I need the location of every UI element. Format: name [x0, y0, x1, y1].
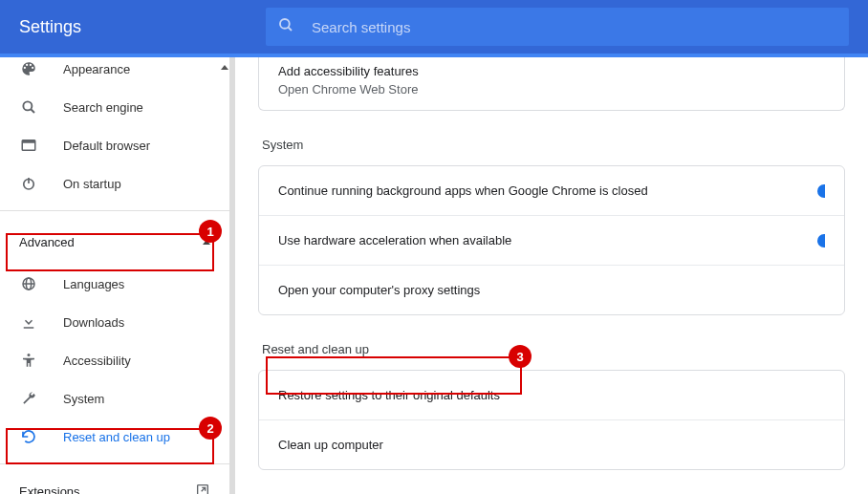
a11y-title: Add accessibility features [278, 64, 825, 78]
app-title: Settings [19, 17, 266, 37]
wrench-icon [19, 389, 38, 408]
scroll-up-arrow[interactable] [221, 65, 228, 70]
sidebar-item-label: Default browser [63, 139, 150, 153]
download-icon [19, 312, 38, 332]
sidebar-item-label: Downloads [63, 315, 124, 330]
sidebar-item-languages[interactable]: Languages [0, 265, 229, 303]
annotation-badge-3: 3 [509, 345, 532, 368]
svg-line-1 [288, 27, 292, 31]
svg-point-2 [23, 101, 32, 110]
globe-icon [19, 274, 38, 293]
reset-row-cleanup[interactable]: Clean up computer [259, 419, 844, 469]
sidebar-item-search-engine[interactable]: Search engine [0, 88, 229, 126]
search-input[interactable] [312, 19, 837, 35]
browser-icon [19, 136, 38, 155]
reset-card: Restore settings to their original defau… [258, 370, 845, 470]
sidebar-item-on-startup[interactable]: On startup [0, 164, 229, 203]
system-row-proxy[interactable]: Open your computer's proxy settings [259, 265, 844, 314]
annotation-badge-1: 1 [199, 220, 222, 243]
section-heading-reset: Reset and clean up [262, 342, 845, 356]
sidebar-item-appearance[interactable]: Appearance [0, 57, 229, 88]
svg-rect-5 [22, 140, 35, 143]
restore-icon [19, 427, 38, 446]
row-label: Continue running background apps when Go… [278, 183, 648, 198]
system-row-bg-apps[interactable]: Continue running background apps when Go… [259, 166, 844, 215]
sidebar-advanced[interactable]: Advanced [0, 219, 229, 265]
sidebar-item-label: Languages [63, 277, 124, 291]
sidebar-item-label: Appearance [63, 62, 130, 76]
palette-icon [19, 59, 38, 78]
magnifier-icon [19, 97, 38, 117]
sidebar-item-label: Search engine [63, 100, 143, 115]
divider [0, 463, 229, 464]
header: Settings [0, 0, 868, 54]
divider [0, 210, 229, 211]
accessibility-card[interactable]: Add accessibility features Open Chrome W… [258, 57, 845, 111]
sidebar-item-downloads[interactable]: Downloads [0, 303, 229, 341]
advanced-label: Advanced [19, 235, 75, 249]
svg-line-3 [31, 109, 34, 113]
sidebar-item-label: Reset and clean up [63, 430, 170, 444]
sidebar-item-reset-cleanup[interactable]: Reset and clean up [0, 418, 229, 456]
annotation-badge-2: 2 [199, 417, 222, 440]
svg-point-0 [280, 19, 290, 29]
power-icon [19, 174, 38, 193]
toggle-on-icon[interactable] [817, 184, 825, 198]
row-label: Clean up computer [278, 438, 383, 452]
a11y-subtitle: Open Chrome Web Store [278, 82, 825, 97]
sidebar-extensions[interactable]: Extensions [0, 472, 229, 494]
sidebar-item-label: On startup [63, 177, 121, 191]
extensions-label: Extensions [19, 484, 80, 495]
sidebar: Appearance Search engine Default browser… [0, 57, 229, 494]
search-icon [277, 16, 294, 37]
row-label: Open your computer's proxy settings [278, 283, 480, 297]
sidebar-item-label: Accessibility [63, 354, 131, 368]
sidebar-item-accessibility[interactable]: Accessibility [0, 341, 229, 379]
content: Add accessibility features Open Chrome W… [235, 57, 868, 494]
sidebar-item-system[interactable]: System [0, 379, 229, 418]
search-box[interactable] [266, 8, 849, 46]
sidebar-item-default-browser[interactable]: Default browser [0, 126, 229, 164]
row-label: Restore settings to their original defau… [278, 388, 500, 402]
svg-point-11 [28, 354, 31, 356]
toggle-on-icon[interactable] [817, 234, 825, 247]
accessibility-icon [19, 351, 38, 370]
open-external-icon [195, 483, 210, 495]
reset-row-restore-defaults[interactable]: Restore settings to their original defau… [259, 371, 844, 419]
system-card: Continue running background apps when Go… [258, 165, 845, 315]
sidebar-item-label: System [63, 392, 104, 406]
system-row-hw-accel[interactable]: Use hardware acceleration when available [259, 215, 844, 265]
section-heading-system: System [262, 138, 845, 152]
row-label: Use hardware acceleration when available [278, 233, 511, 247]
